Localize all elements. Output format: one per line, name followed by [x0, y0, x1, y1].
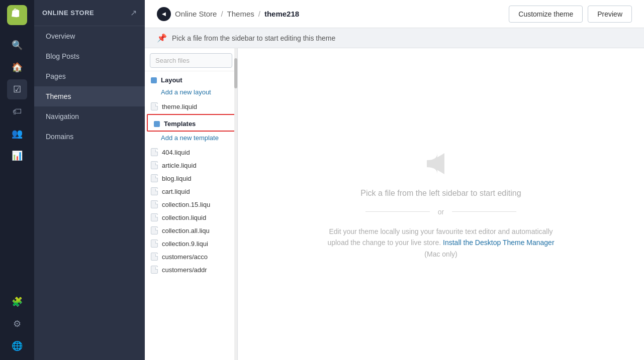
people-rail-icon[interactable]: 👥 — [7, 124, 27, 144]
nav-item-blogposts[interactable]: Blog Posts — [34, 46, 145, 66]
file-item-404[interactable]: 404.liquid — [145, 146, 237, 159]
file-item-customers-addr[interactable]: customers/addr — [145, 263, 237, 276]
file-name: collection.9.liqui — [162, 240, 208, 248]
file-name: collection.all.liqu — [162, 227, 210, 234]
file-icon — [151, 253, 158, 261]
file-name: collection.liquid — [162, 214, 206, 221]
nav-item-overview[interactable]: Overview — [34, 26, 145, 46]
globe-rail-icon[interactable]: 🌐 — [7, 336, 27, 356]
external-link-icon[interactable]: ↗ — [130, 8, 137, 18]
content-split: Layout Add a new layout theme.liquid Tem… — [145, 48, 644, 360]
file-item-collection15[interactable]: collection.15.liqu — [145, 198, 237, 211]
breadcrumb-sep1: / — [221, 10, 223, 18]
preview-button[interactable]: Preview — [588, 6, 632, 23]
templates-section-header: Templates — [147, 114, 235, 132]
nav-item-pages[interactable]: Pages — [34, 66, 145, 86]
file-icon — [151, 174, 158, 182]
shopify-logo[interactable] — [7, 5, 27, 25]
file-name: 404.liquid — [162, 149, 190, 156]
theme-breadcrumb-icon: ◄ — [157, 7, 171, 21]
add-layout-link[interactable]: Add a new layout — [145, 87, 237, 100]
file-icon — [151, 148, 158, 156]
breadcrumb: ◄ Online Store / Themes / theme218 — [157, 7, 299, 21]
file-name: customers/acco — [162, 253, 208, 261]
editor-sub-text: Edit your theme locally using your favou… — [320, 226, 562, 260]
nav-title: ONLINE STORE — [42, 9, 94, 17]
arrow-left-icon — [423, 149, 458, 179]
file-name: theme.liquid — [162, 103, 197, 110]
editor-sub-text-after: (Mac only) — [424, 250, 457, 258]
file-name: article.liquid — [162, 162, 197, 169]
puzzle-rail-icon[interactable]: 🧩 — [7, 292, 27, 312]
nav-item-themes[interactable]: Themes — [34, 86, 145, 106]
templates-dot — [154, 121, 160, 127]
shopify-logo-svg — [11, 9, 24, 22]
file-icon — [151, 226, 158, 234]
file-icon — [151, 239, 158, 248]
nav-item-navigation[interactable]: Navigation — [34, 106, 145, 127]
file-list: Layout Add a new layout theme.liquid Tem… — [145, 71, 237, 360]
nav-header: ONLINE STORE ↗ — [34, 0, 145, 26]
file-search-container — [145, 48, 237, 71]
breadcrumb-store[interactable]: Online Store — [175, 10, 217, 18]
breadcrumb-themes[interactable]: Themes — [227, 10, 254, 18]
add-template-link[interactable]: Add a new template — [145, 133, 237, 146]
editor-placeholder: Pick a file from the left sidebar to sta… — [320, 149, 562, 260]
file-sidebar: Layout Add a new layout theme.liquid Tem… — [145, 48, 238, 360]
file-item-collection-all[interactable]: collection.all.liqu — [145, 224, 237, 237]
top-bar: ◄ Online Store / Themes / theme218 Custo… — [145, 0, 644, 28]
file-icon — [151, 213, 158, 221]
search-rail-icon[interactable]: 🔍 — [7, 35, 27, 55]
nav-sidebar: ONLINE STORE ↗ Overview Blog Posts Pages… — [34, 0, 145, 360]
home-rail-icon[interactable]: 🏠 — [7, 57, 27, 77]
file-item-article[interactable]: article.liquid — [145, 159, 237, 172]
settings-rail-icon[interactable]: ⚙ — [7, 314, 27, 334]
layout-label: Layout — [161, 76, 182, 84]
or-line-left — [365, 211, 430, 212]
editor-area: Pick a file from the left sidebar to sta… — [238, 48, 644, 360]
file-scrollbar-thumb — [234, 58, 237, 88]
nav-item-domains[interactable]: Domains — [34, 127, 145, 147]
file-item-collection9[interactable]: collection.9.liqui — [145, 237, 237, 250]
tag-rail-icon[interactable]: 🏷 — [7, 101, 27, 122]
search-input[interactable] — [150, 53, 232, 68]
layout-dot — [151, 77, 157, 83]
file-icon — [151, 161, 158, 169]
or-divider: or — [365, 208, 516, 216]
file-item-blog[interactable]: blog.liquid — [145, 172, 237, 185]
customize-theme-button[interactable]: Customize theme — [509, 6, 583, 23]
chart-rail-icon[interactable]: 📊 — [7, 146, 27, 166]
or-text: or — [438, 208, 444, 216]
info-bar-text: Pick a file from the sidebar to start ed… — [172, 34, 335, 42]
file-icon — [151, 200, 158, 208]
info-bar: 📌 Pick a file from the sidebar to start … — [145, 28, 644, 48]
templates-label: Templates — [164, 120, 196, 128]
install-link[interactable]: Install the Desktop Theme Manager — [443, 238, 555, 247]
file-name: collection.15.liqu — [162, 201, 210, 208]
file-item-customers-acco[interactable]: customers/acco — [145, 250, 237, 263]
checkbox-rail-icon[interactable]: ☑ — [7, 79, 27, 99]
file-icon — [151, 102, 158, 110]
file-item-cart[interactable]: cart.liquid — [145, 185, 237, 198]
top-bar-actions: Customize theme Preview — [509, 6, 632, 23]
file-name: cart.liquid — [162, 188, 190, 195]
editor-placeholder-text: Pick a file from the left sidebar to sta… — [360, 189, 521, 198]
file-name: blog.liquid — [162, 175, 192, 182]
main-area: ◄ Online Store / Themes / theme218 Custo… — [145, 0, 644, 360]
info-pin-icon: 📌 — [157, 33, 167, 43]
file-icon — [151, 187, 158, 195]
breadcrumb-theme-name: theme218 — [264, 10, 299, 18]
icon-rail: 🔍 🏠 ☑ 🏷 👥 📊 🧩 ⚙ 🌐 — [0, 0, 34, 360]
file-item-theme-liquid[interactable]: theme.liquid — [145, 100, 237, 113]
file-name: customers/addr — [162, 266, 207, 274]
or-line-right — [452, 211, 516, 212]
layout-section-header: Layout — [145, 71, 237, 87]
file-item-collection[interactable]: collection.liquid — [145, 211, 237, 224]
file-scrollbar[interactable] — [234, 48, 237, 360]
breadcrumb-sep2: / — [258, 10, 260, 18]
file-icon — [151, 266, 158, 274]
